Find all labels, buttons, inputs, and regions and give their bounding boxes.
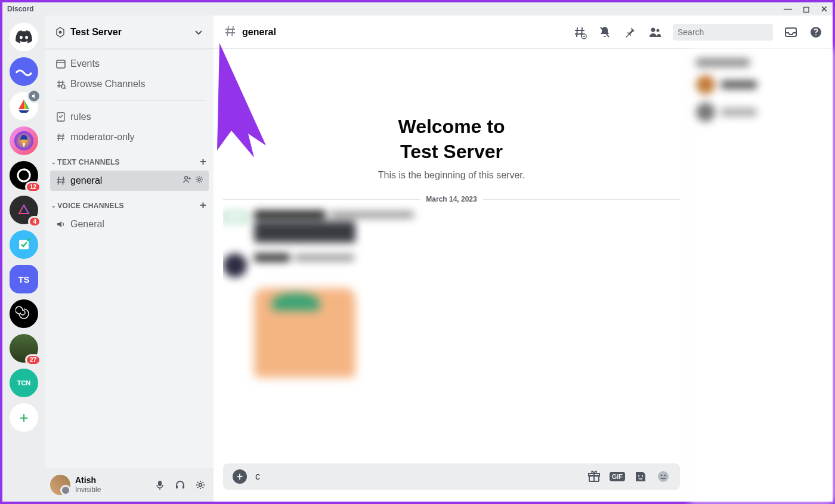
svg-point-24 <box>815 34 817 35</box>
channel-settings-icon[interactable] <box>194 175 204 187</box>
deafen-button[interactable] <box>172 477 188 493</box>
browse-icon <box>55 79 67 89</box>
welcome-line2: Test Server <box>223 140 680 165</box>
message-input[interactable] <box>255 471 579 482</box>
svg-point-30 <box>658 471 669 482</box>
user-panel: Atish Invisible <box>45 468 214 502</box>
gift-button[interactable] <box>587 469 601 484</box>
voice-channel-general[interactable]: General <box>50 214 209 234</box>
category-label: VOICE CHANNELS <box>57 202 124 210</box>
channel-label: General <box>70 219 104 230</box>
mute-mic-button[interactable] <box>151 477 168 493</box>
svg-point-19 <box>657 29 660 32</box>
chat-header: general <box>214 16 833 49</box>
user-status: Invisible <box>75 486 147 494</box>
svg-line-8 <box>64 88 66 89</box>
welcome-subtitle: This is the beginning of this server. <box>223 170 680 181</box>
server-item[interactable] <box>10 299 38 328</box>
hash-icon <box>55 132 67 143</box>
rules-icon <box>55 112 67 122</box>
app-name: Discord <box>7 5 34 13</box>
server-item[interactable] <box>10 230 38 259</box>
sidebar-item-label: Browse Channels <box>70 79 145 89</box>
calendar-icon <box>55 58 67 69</box>
server-item[interactable] <box>10 126 38 155</box>
svg-point-18 <box>651 27 655 32</box>
server-header-dropdown[interactable]: Test Server <box>45 16 214 49</box>
svg-rect-13 <box>176 486 178 488</box>
server-item[interactable]: 12 <box>10 161 38 190</box>
window-maximize-button[interactable]: ◻ <box>803 4 810 14</box>
svg-point-29 <box>642 475 643 477</box>
svg-point-4 <box>59 30 62 33</box>
server-item[interactable] <box>10 57 38 86</box>
status-invisible-icon <box>60 485 71 496</box>
server-item[interactable]: 27 <box>10 334 38 363</box>
message-item <box>223 253 680 277</box>
svg-rect-14 <box>183 486 184 488</box>
svg-rect-5 <box>57 60 65 68</box>
threads-button[interactable] <box>573 25 587 39</box>
spiral-icon <box>16 305 32 322</box>
channel-label: rules <box>70 112 91 122</box>
user-avatar[interactable] <box>50 475 70 495</box>
channel-label: general <box>70 175 102 186</box>
category-text-channels[interactable]: ⌄ TEXT CHANNELS + <box>50 147 209 171</box>
member-list <box>689 49 833 502</box>
svg-point-15 <box>199 484 202 487</box>
member-list-button[interactable] <box>648 25 662 39</box>
server-initials: TCN <box>17 379 31 386</box>
date-divider: March 14, 2023 <box>223 195 680 203</box>
message-input-box[interactable]: + GIF <box>223 463 680 490</box>
channel-sidebar: Test Server Events Browse Channels rules <box>45 16 214 502</box>
message-item <box>223 211 680 243</box>
svg-rect-12 <box>158 481 162 486</box>
pinned-messages-button[interactable] <box>623 25 637 39</box>
hash-icon <box>223 24 237 41</box>
create-channel-button[interactable]: + <box>200 199 206 212</box>
sidebar-item-events[interactable]: Events <box>50 54 209 74</box>
notification-settings-button[interactable] <box>598 25 612 39</box>
chevron-down-icon: ⌄ <box>51 203 56 209</box>
hash-icon <box>55 175 67 187</box>
window-close-button[interactable]: ✕ <box>821 4 828 14</box>
unread-badge: 12 <box>27 183 39 191</box>
create-invite-icon[interactable] <box>183 175 192 187</box>
sidebar-item-browse-channels[interactable]: Browse Channels <box>50 74 209 94</box>
svg-point-28 <box>638 475 639 477</box>
sticker-button[interactable] <box>633 469 648 484</box>
chevron-down-icon: ⌄ <box>51 159 56 165</box>
boost-icon <box>55 27 66 38</box>
server-item[interactable] <box>10 92 38 120</box>
wizard-icon <box>13 130 35 151</box>
help-button[interactable] <box>809 25 823 39</box>
attach-button[interactable]: + <box>233 469 247 484</box>
user-name: Atish <box>75 475 147 486</box>
svg-point-10 <box>185 177 188 180</box>
home-button[interactable] <box>10 23 38 51</box>
channel-rules[interactable]: rules <box>50 107 209 127</box>
inbox-button[interactable] <box>784 25 798 39</box>
chevron-down-icon <box>193 27 204 38</box>
channel-general[interactable]: general <box>50 171 209 191</box>
mute-icon <box>29 91 39 101</box>
user-settings-button[interactable] <box>192 477 209 493</box>
search-input[interactable] <box>678 27 782 37</box>
gif-button[interactable]: GIF <box>610 472 625 481</box>
emoji-button[interactable] <box>656 469 670 484</box>
window-minimize-button[interactable]: — <box>784 4 792 14</box>
svg-point-32 <box>664 475 666 477</box>
server-item[interactable]: 4 <box>10 196 38 224</box>
server-item[interactable]: TCN <box>10 369 38 397</box>
server-initials: TS <box>18 274 29 285</box>
welcome-line1: Welcome to <box>223 115 680 140</box>
search-box[interactable] <box>673 24 773 41</box>
add-server-button[interactable]: + <box>10 403 38 432</box>
triangle-icon <box>16 202 32 218</box>
server-item-current[interactable]: TS <box>10 265 38 293</box>
create-channel-button[interactable]: + <box>200 156 206 168</box>
channel-moderator-only[interactable]: moderator-only <box>50 127 209 147</box>
p-icon <box>15 166 33 184</box>
category-voice-channels[interactable]: ⌄ VOICE CHANNELS + <box>50 191 209 214</box>
sidebar-item-label: Events <box>70 58 100 69</box>
